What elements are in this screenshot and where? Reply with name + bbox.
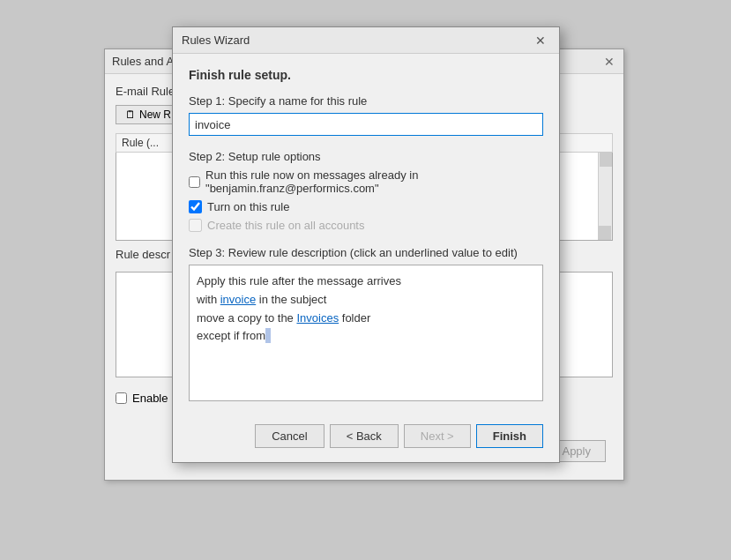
checkbox2-row: Turn on this rule	[189, 200, 543, 213]
step1-section: Step 1: Specify a name for this rule	[189, 94, 543, 136]
run-now-checkbox[interactable]	[189, 175, 200, 189]
cancel-button[interactable]: Cancel	[255, 424, 324, 448]
bg-new-rule-icon: 🗒	[125, 108, 136, 121]
finish-button[interactable]: Finish	[476, 424, 543, 448]
rule-name-input[interactable]	[189, 113, 543, 136]
bg-enable-checkbox[interactable]	[116, 392, 127, 404]
turn-on-checkbox[interactable]	[189, 200, 202, 213]
step2-section: Step 2: Setup rule options Run this rule…	[189, 150, 543, 232]
rule-description-box: Apply this rule after the message arrive…	[189, 265, 543, 401]
back-button[interactable]: < Back	[330, 424, 399, 448]
step2-label: Step 2: Setup rule options	[189, 150, 543, 163]
all-accounts-checkbox	[189, 219, 202, 232]
rules-wizard-dialog: Rules Wizard ✕ Finish rule setup. Step 1…	[172, 26, 560, 463]
bg-close-icon[interactable]: ✕	[602, 55, 616, 69]
step3-label: Step 3: Review rule description (click a…	[189, 246, 543, 259]
checkbox3-row: Create this rule on all accounts	[189, 219, 543, 232]
line3-prefix: move a copy to the	[197, 311, 296, 325]
rule-desc-line1: Apply this rule after the message arrive…	[197, 273, 535, 291]
dialog-close-icon: ✕	[535, 34, 546, 48]
line4-highlight	[265, 328, 271, 343]
rule-desc-line4: except if from	[197, 327, 535, 346]
rule-desc-line2: with invoice in the subject	[197, 291, 535, 310]
wizard-heading: Finish rule setup.	[189, 68, 543, 82]
next-button[interactable]: Next >	[404, 424, 471, 448]
run-now-label: Run this rule now on messages already in…	[205, 168, 543, 195]
bg-scrollbar[interactable]	[598, 153, 612, 240]
dialog-footer: Cancel < Back Next > Finish	[173, 415, 559, 462]
invoice-link[interactable]: invoice	[220, 293, 256, 306]
bg-enable-label: Enable	[132, 392, 168, 405]
dialog-title: Rules Wizard	[182, 34, 250, 47]
line2-suffix: in the subject	[256, 293, 326, 306]
line2-prefix: with	[197, 293, 220, 306]
line4-prefix: except if from	[197, 329, 265, 342]
turn-on-label: Turn on this rule	[207, 200, 289, 213]
step3-section: Step 3: Review rule description (click a…	[189, 246, 543, 401]
step1-label: Step 1: Specify a name for this rule	[189, 94, 543, 108]
dialog-titlebar: Rules Wizard ✕	[173, 27, 559, 54]
checkbox1-row: Run this rule now on messages already in…	[189, 168, 543, 195]
all-accounts-label: Create this rule on all accounts	[207, 219, 364, 232]
rule-desc-line3: move a copy to the Invoices folder	[197, 310, 535, 328]
line3-suffix: folder	[339, 311, 370, 325]
invoices-folder-link[interactable]: Invoices	[296, 311, 339, 325]
dialog-body: Finish rule setup. Step 1: Specify a nam…	[173, 54, 559, 415]
dialog-close-button[interactable]: ✕	[531, 31, 550, 50]
